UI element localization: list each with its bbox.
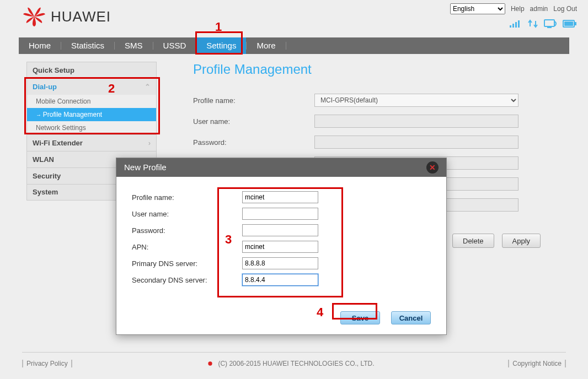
nav-more[interactable]: More — [247, 37, 285, 54]
top-bar: English Help admin Log Out — [450, 3, 577, 14]
cancel-button[interactable]: Cancel — [391, 311, 431, 324]
svg-point-9 — [209, 361, 212, 365]
sidebar-dialup[interactable]: Dial-up⌃ — [26, 78, 157, 95]
modal-label-profile-name: Profile name: — [132, 193, 242, 202]
new-profile-modal: New Profile ✕ Profile name: User name: P… — [116, 158, 447, 335]
delete-button[interactable]: Delete — [452, 234, 494, 248]
updown-arrows-icon — [527, 19, 538, 29]
user-label: admin — [530, 5, 548, 13]
label-profile-name: Profile name: — [193, 96, 314, 105]
nav-ussd[interactable]: USSD — [153, 37, 196, 54]
copyright-text: (C) 2006-2015 HUAWEI TECHNOLOGIES CO., L… — [218, 360, 374, 367]
help-link[interactable]: Help — [511, 5, 525, 13]
svg-rect-5 — [547, 27, 552, 28]
sidebar-wifi-extender[interactable]: Wi-Fi Extender› — [26, 134, 157, 151]
apply-button[interactable]: Apply — [502, 234, 541, 248]
svg-rect-0 — [510, 25, 511, 28]
svg-rect-4 — [544, 20, 554, 26]
modal-profile-name-input[interactable] — [242, 191, 318, 203]
copyright-notice-link[interactable]: Copyright Notice — [508, 360, 566, 367]
chevron-up-icon: ⌃ — [145, 79, 151, 95]
modal-label-secondary-dns: Secondary DNS server: — [132, 276, 242, 284]
password-field[interactable] — [314, 136, 518, 149]
annotation-number-1: 1 — [215, 20, 222, 34]
privacy-policy-link[interactable]: Privacy Policy — [22, 360, 72, 367]
language-select[interactable]: English — [450, 3, 505, 14]
modal-label-password: Password: — [132, 226, 242, 235]
svg-rect-7 — [564, 21, 573, 26]
sidebar-sub-network-settings[interactable]: Network Settings — [26, 121, 157, 134]
sidebar-quick-setup[interactable]: Quick Setup — [26, 62, 157, 78]
label-user-name: User name: — [193, 117, 314, 126]
modal-apn-input[interactable] — [242, 241, 318, 253]
main-nav: Home Statistics SMS USSD Settings More — [19, 37, 569, 54]
modal-secondary-dns-input[interactable] — [242, 274, 318, 286]
page-title: Profile Management — [193, 62, 555, 77]
brand-text: HUAWEI — [51, 8, 111, 25]
label-password: Password: — [193, 138, 314, 147]
logout-link[interactable]: Log Out — [553, 5, 577, 13]
username-field[interactable] — [314, 115, 518, 128]
svg-rect-3 — [518, 20, 520, 28]
modal-password-input[interactable] — [242, 224, 318, 236]
huawei-logo-icon — [22, 6, 46, 28]
chevron-right-icon: › — [148, 135, 151, 151]
modal-title: New Profile — [124, 158, 167, 177]
modal-label-primary-dns: Primary DNS server: — [132, 259, 242, 268]
nav-settings[interactable]: Settings — [196, 37, 246, 54]
status-icons — [510, 19, 577, 29]
footer: Privacy Policy (C) 2006-2015 HUAWEI TECH… — [22, 352, 566, 368]
modal-label-user-name: User name: — [132, 210, 242, 218]
nav-statistics[interactable]: Statistics — [61, 37, 114, 54]
sidebar-sub-mobile-connection[interactable]: Mobile Connection — [26, 95, 157, 108]
profile-select[interactable]: MCI-GPRS(default) — [314, 94, 518, 107]
svg-rect-2 — [515, 22, 517, 28]
signal-icon — [510, 19, 522, 29]
huawei-mini-logo-icon — [206, 359, 215, 368]
nav-sms[interactable]: SMS — [115, 37, 153, 54]
modal-titlebar: New Profile ✕ — [116, 158, 446, 177]
modal-label-apn: APN: — [132, 243, 242, 251]
svg-rect-1 — [512, 24, 514, 28]
svg-rect-8 — [575, 22, 576, 25]
save-button[interactable]: Save — [340, 311, 380, 324]
brand-logo: HUAWEI — [22, 6, 111, 28]
monitor-icon — [544, 19, 557, 29]
modal-primary-dns-input[interactable] — [242, 257, 318, 269]
nav-home[interactable]: Home — [19, 37, 61, 54]
close-icon[interactable]: ✕ — [426, 161, 439, 174]
sidebar-sub-profile-management[interactable]: Profile Management — [26, 108, 157, 121]
modal-user-name-input[interactable] — [242, 208, 318, 220]
battery-icon — [563, 19, 577, 28]
